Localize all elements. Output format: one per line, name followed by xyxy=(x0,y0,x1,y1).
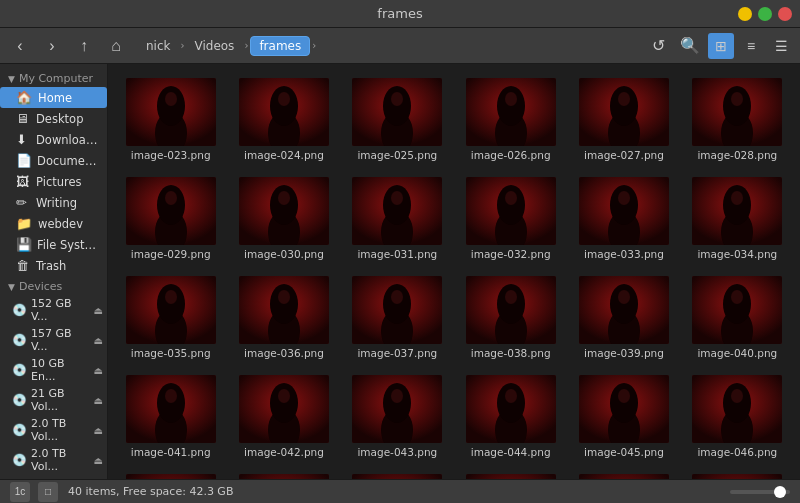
svg-point-125 xyxy=(391,389,403,403)
file-item[interactable]: image-045.png xyxy=(569,369,678,464)
sidebar-item-downloads[interactable]: ⬇ Downloads xyxy=(0,129,107,150)
file-thumbnail xyxy=(239,78,329,146)
drive-icon-4: 💿 xyxy=(12,393,27,407)
eject-icon-6[interactable]: ⏏ xyxy=(94,455,103,466)
reload-button[interactable]: ↺ xyxy=(644,32,672,60)
device-157gb[interactable]: 💿 157 GB V... ⏏ xyxy=(0,325,107,355)
device-2tb-2[interactable]: 💿 2.0 TB Vol... ⏏ xyxy=(0,445,107,475)
svg-point-137 xyxy=(618,389,630,403)
svg-point-47 xyxy=(278,191,290,205)
file-thumbnail xyxy=(466,276,556,344)
sidebar-item-trash[interactable]: 🗑 Trash xyxy=(0,255,107,276)
file-item[interactable]: image-030.png xyxy=(229,171,338,266)
file-item[interactable]: image-043.png xyxy=(343,369,452,464)
eject-icon-1[interactable]: ⏏ xyxy=(94,305,103,316)
statusbar-btn-2[interactable]: □ xyxy=(38,482,58,502)
file-item[interactable]: image-048.png xyxy=(229,468,338,479)
view-compact-button[interactable]: ☰ xyxy=(768,33,794,59)
file-item[interactable]: image-038.png xyxy=(456,270,565,365)
file-item[interactable]: image-034.png xyxy=(683,171,792,266)
file-item[interactable]: image-051.png xyxy=(569,468,678,479)
documents-icon: 📄 xyxy=(16,153,31,168)
file-item[interactable]: image-037.png xyxy=(343,270,452,365)
device-2tb-1-label: 2.0 TB Vol... xyxy=(31,417,90,443)
file-item[interactable]: image-041.png xyxy=(116,369,225,464)
file-item[interactable]: image-049.png xyxy=(343,468,452,479)
my-computer-header[interactable]: ▼ My Computer xyxy=(0,68,107,87)
eject-icon-2[interactable]: ⏏ xyxy=(94,335,103,346)
breadcrumb-frames[interactable]: frames xyxy=(250,36,310,56)
file-item[interactable]: image-046.png xyxy=(683,369,792,464)
file-item[interactable]: image-028.png xyxy=(683,72,792,167)
zoom-slider[interactable] xyxy=(730,490,790,494)
forward-button[interactable]: › xyxy=(38,32,66,60)
file-item[interactable]: image-050.png xyxy=(456,468,565,479)
close-button[interactable] xyxy=(778,7,792,21)
back-button[interactable]: ‹ xyxy=(6,32,34,60)
file-item[interactable]: image-036.png xyxy=(229,270,338,365)
eject-icon-4[interactable]: ⏏ xyxy=(94,395,103,406)
file-name: image-033.png xyxy=(584,248,664,260)
breadcrumb-videos[interactable]: Videos xyxy=(187,37,243,55)
file-item[interactable]: image-035.png xyxy=(116,270,225,365)
sidebar-item-desktop[interactable]: 🖥 Desktop xyxy=(0,108,107,129)
svg-rect-151 xyxy=(239,474,329,479)
eject-icon-5[interactable]: ⏏ xyxy=(94,425,103,436)
device-10gb-label: 10 GB En... xyxy=(31,357,90,383)
file-item[interactable]: image-029.png xyxy=(116,171,225,266)
devices-arrow: ▼ xyxy=(8,282,15,292)
file-item[interactable]: image-052.png xyxy=(683,468,792,479)
minimize-button[interactable] xyxy=(738,7,752,21)
device-21gb[interactable]: 💿 21 GB Vol... ⏏ xyxy=(0,385,107,415)
file-thumbnail xyxy=(692,78,782,146)
file-item[interactable]: image-040.png xyxy=(683,270,792,365)
view-icon-button[interactable]: ⊞ xyxy=(708,33,734,59)
sidebar-item-home[interactable]: 🏠 Home xyxy=(0,87,107,108)
sidebar-writing-label: Writing xyxy=(36,196,77,210)
file-item[interactable]: image-047.png xyxy=(116,468,225,479)
device-10gb[interactable]: 💿 10 GB En... ⏏ xyxy=(0,355,107,385)
trash-icon: 🗑 xyxy=(16,258,30,273)
toolbar-right: ↺ 🔍 ⊞ ≡ ☰ xyxy=(644,32,794,60)
sidebar-item-filesystem[interactable]: 💾 File System xyxy=(0,234,107,255)
file-item[interactable]: image-024.png xyxy=(229,72,338,167)
breadcrumb: nick › Videos › frames › xyxy=(138,36,316,56)
sidebar-filesystem-label: File System xyxy=(37,238,99,252)
file-item[interactable]: image-025.png xyxy=(343,72,452,167)
file-item[interactable]: image-031.png xyxy=(343,171,452,266)
file-item[interactable]: image-042.png xyxy=(229,369,338,464)
file-item[interactable]: image-026.png xyxy=(456,72,565,167)
file-item[interactable]: image-032.png xyxy=(456,171,565,266)
file-item[interactable]: image-023.png xyxy=(116,72,225,167)
statusbar-btn-1[interactable]: 1c xyxy=(10,482,30,502)
file-name: image-025.png xyxy=(357,149,437,161)
sidebar-item-webdev[interactable]: 📁 webdev xyxy=(0,213,107,234)
svg-point-119 xyxy=(278,389,290,403)
file-thumbnail xyxy=(466,474,556,479)
maximize-button[interactable] xyxy=(758,7,772,21)
main-layout: ▼ My Computer 🏠 Home 🖥 Desktop ⬇ Downloa… xyxy=(0,64,800,479)
up-button[interactable]: ↑ xyxy=(70,32,98,60)
file-thumbnail xyxy=(239,177,329,245)
view-list-button[interactable]: ≡ xyxy=(738,33,764,59)
file-item[interactable]: image-044.png xyxy=(456,369,565,464)
file-item[interactable]: image-039.png xyxy=(569,270,678,365)
statusbar-zoom xyxy=(730,490,790,494)
file-item[interactable]: image-033.png xyxy=(569,171,678,266)
home-button[interactable]: ⌂ xyxy=(102,32,130,60)
eject-icon-3[interactable]: ⏏ xyxy=(94,365,103,376)
breadcrumb-nick[interactable]: nick xyxy=(138,37,179,55)
file-name: image-038.png xyxy=(471,347,551,359)
search-button[interactable]: 🔍 xyxy=(676,32,704,60)
device-2tb-1[interactable]: 💿 2.0 TB Vol... ⏏ xyxy=(0,415,107,445)
file-thumbnail xyxy=(692,276,782,344)
devices-header[interactable]: ▼ Devices xyxy=(0,276,107,295)
drive-icon-5: 💿 xyxy=(12,423,27,437)
device-152gb[interactable]: 💿 152 GB V... ⏏ xyxy=(0,295,107,325)
sidebar-item-documents[interactable]: 📄 Documents xyxy=(0,150,107,171)
file-item[interactable]: image-027.png xyxy=(569,72,678,167)
file-thumbnail xyxy=(126,474,216,479)
sidebar-item-writing[interactable]: ✏ Writing xyxy=(0,192,107,213)
sidebar-item-pictures[interactable]: 🖼 Pictures xyxy=(0,171,107,192)
file-thumbnail xyxy=(692,177,782,245)
